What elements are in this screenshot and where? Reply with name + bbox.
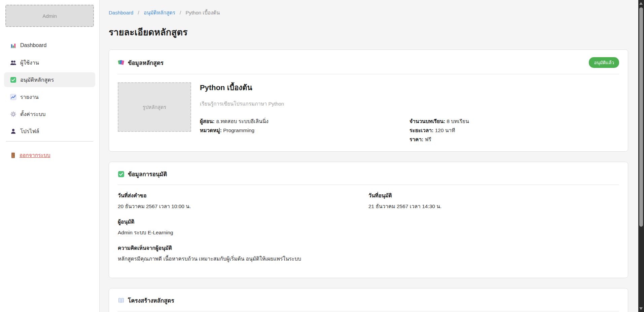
bar-chart-icon [10, 42, 16, 49]
approver-field: ผู้อนุมัติ Admin ระบบ E-Learning [118, 218, 619, 237]
approval-fields: วันที่ส่งคำขอ 20 ธันวาคม 2567 เวลา 10:00… [118, 192, 619, 263]
request-date-value: 20 ธันวาคม 2567 เวลา 10:00 น. [118, 202, 368, 210]
request-date-label: วันที่ส่งคำขอ [118, 192, 368, 200]
status-badge: อนุมัติแล้ว [589, 57, 619, 68]
course-meta-left: ผู้สอน: อ.ทดสอบ ระบบอีเลินนิ่ง หมวดหมู่:… [200, 117, 409, 144]
scrollbar[interactable] [638, 0, 644, 312]
divider [118, 185, 619, 185]
course-instructor-label: ผู้สอน: [200, 118, 215, 124]
sidebar-item-label: Dashboard [20, 42, 46, 48]
sidebar-item-reports[interactable]: รายงาน [4, 89, 95, 104]
course-duration-value: 120 นาที [435, 127, 455, 133]
approver-comment-field: ความคิดเห็นจากผู้อนุมัติ หลักสูตรมีคุณภา… [118, 244, 619, 263]
gear-icon [10, 111, 16, 117]
course-lessons-line: จำนวนบทเรียน: 8 บทเรียน [409, 117, 619, 126]
course-duration-line: ระยะเวลา: 120 นาที [409, 126, 619, 135]
breadcrumb-current: Python เบื้องต้น [185, 10, 220, 15]
course-info-card: ข้อมูลหลักสูตร อนุมัติแล้ว รูปหลักสูตร P… [109, 49, 628, 152]
sidebar-item-label: ตั้งค่าระบบ [20, 110, 45, 118]
books-icon [118, 59, 124, 66]
course-info-card-header: ข้อมูลหลักสูตร อนุมัติแล้ว [118, 57, 619, 68]
course-price-value: ฟรี [425, 136, 431, 142]
course-meta-right: จำนวนบทเรียน: 8 บทเรียน ระยะเวลา: 120 นา… [409, 117, 619, 144]
course-title: Python เบื้องต้น [200, 82, 619, 93]
breadcrumb-separator: / [138, 10, 139, 15]
sidebar-menu: Dashboard ผู้ใช้งาน [0, 38, 99, 139]
sidebar-divider [6, 141, 93, 142]
logout-label: ออกจากระบบ [20, 151, 50, 159]
course-structure-card-header: โครงสร้างหลักสูตร [118, 296, 619, 305]
course-instructor-value: อ.ทดสอบ ระบบอีเลินนิ่ง [216, 118, 269, 124]
course-description: เรียนรู้การเขียนโปรแกรมภาษา Python [200, 100, 619, 108]
line-chart-icon [10, 94, 16, 100]
scrollbar-up-arrow-icon[interactable] [639, 2, 643, 5]
open-book-icon [118, 297, 124, 304]
green-check-icon [118, 171, 124, 178]
course-info: Python เบื้องต้น เรียนรู้การเขียนโปรแกรม… [200, 82, 619, 144]
logout-link[interactable]: ออกจากระบบ [10, 151, 50, 159]
approver-comment-label: ความคิดเห็นจากผู้อนุมัติ [118, 244, 619, 252]
course-lessons-value: 8 บทเรียน [447, 118, 469, 124]
course-info-card-title: ข้อมูลหลักสูตร [128, 58, 164, 67]
sidebar-item-profile[interactable]: โปรไฟล์ [4, 124, 95, 139]
approve-date-value: 21 ธันวาคม 2567 เวลา 14:30 น. [368, 202, 619, 210]
course-instructor-line: ผู้สอน: อ.ทดสอบ ระบบอีเลินนิ่ง [200, 117, 409, 126]
breadcrumb-link-course-approval[interactable]: อนุมัติหลักสูตร [144, 10, 175, 15]
course-meta: ผู้สอน: อ.ทดสอบ ระบบอีเลินนิ่ง หมวดหมู่:… [200, 117, 619, 144]
course-lessons-label: จำนวนบทเรียน: [409, 118, 445, 124]
course-image-placeholder: รูปหลักสูตร [118, 82, 191, 132]
approve-date-label: วันที่อนุมัติ [368, 192, 619, 200]
course-image-placeholder-text: รูปหลักสูตร [143, 103, 166, 111]
scrollbar-thumb[interactable] [639, 7, 643, 227]
course-body: รูปหลักสูตร Python เบื้องต้น เรียนรู้การ… [118, 82, 619, 144]
users-icon [10, 60, 16, 66]
approval-info-card-title: ข้อมูลการอนุมัติ [128, 169, 167, 179]
course-structure-card-title: โครงสร้างหลักสูตร [128, 296, 174, 305]
request-date-field: วันที่ส่งคำขอ 20 ธันวาคม 2567 เวลา 10:00… [118, 192, 368, 210]
course-duration-label: ระยะเวลา: [409, 127, 433, 133]
divider [118, 74, 619, 74]
approval-dates-row: วันที่ส่งคำขอ 20 ธันวาคม 2567 เวลา 10:00… [118, 192, 619, 218]
sidebar-item-label: รายงาน [20, 93, 39, 101]
admin-logo-text: Admin [42, 13, 57, 19]
sidebar-item-label: อนุมัติหลักสูตร [20, 76, 54, 84]
sidebar-item-label: ผู้ใช้งาน [20, 58, 39, 67]
course-category-label: หมวดหมู่: [200, 127, 222, 133]
main-content: Dashboard / อนุมัติหลักสูตร / Python เบื… [100, 0, 638, 312]
scrollbar-down-arrow-icon[interactable] [639, 307, 643, 310]
breadcrumb-link-dashboard[interactable]: Dashboard [109, 10, 133, 15]
sidebar-item-dashboard[interactable]: Dashboard [4, 38, 95, 53]
breadcrumb: Dashboard / อนุมัติหลักสูตร / Python เบื… [109, 9, 628, 17]
course-price-line: ราคา: ฟรี [409, 135, 619, 144]
course-category-line: หมวดหมู่: Programming [200, 126, 409, 135]
approve-date-field: วันที่อนุมัติ 21 ธันวาคม 2567 เวลา 14:30… [368, 192, 619, 210]
divider [118, 311, 619, 311]
door-icon [10, 152, 16, 158]
approver-value: Admin ระบบ E-Learning [118, 229, 619, 237]
approval-info-card-header: ข้อมูลการอนุมัติ [118, 169, 619, 179]
course-structure-card: โครงสร้างหลักสูตร [109, 288, 628, 312]
sidebar-item-label: โปรไฟล์ [20, 127, 39, 135]
sidebar-item-settings[interactable]: ตั้งค่าระบบ [4, 107, 95, 121]
sidebar-item-course-approval[interactable]: อนุมัติหลักสูตร [4, 72, 95, 87]
page-title: รายละเอียดหลักสูตร [109, 25, 628, 39]
sidebar: Admin Dashboard [0, 0, 100, 312]
approver-comment-value: หลักสูตรมีคุณภาพดี เนื้อหาครบถ้วน เหมาะส… [118, 255, 619, 263]
sidebar-item-users[interactable]: ผู้ใช้งาน [4, 55, 95, 70]
course-category-value: Programming [223, 127, 254, 133]
approval-info-card: ข้อมูลการอนุมัติ วันที่ส่งคำขอ 20 ธันวาค… [109, 162, 628, 278]
green-check-icon [10, 77, 16, 83]
approver-label: ผู้อนุมัติ [118, 218, 619, 226]
admin-logo-placeholder: Admin [5, 5, 94, 27]
course-price-label: ราคา: [409, 136, 423, 142]
person-icon [10, 128, 16, 134]
breadcrumb-separator: / [180, 10, 181, 15]
